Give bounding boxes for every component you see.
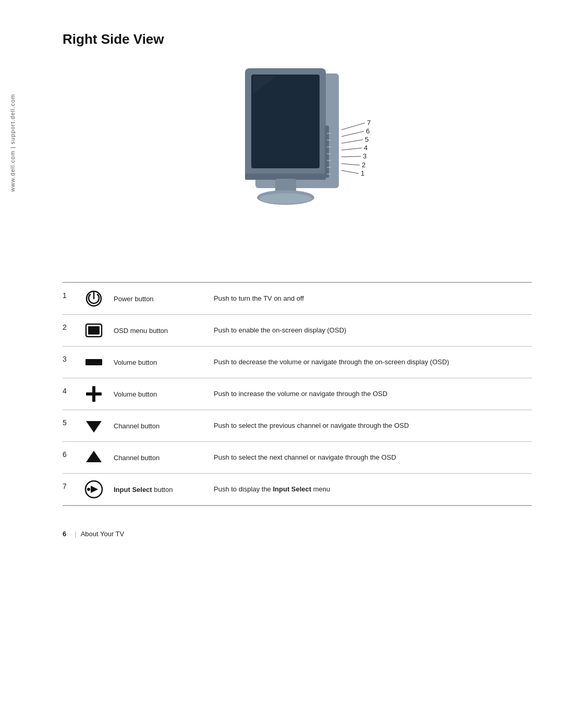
svg-marker-37 bbox=[86, 421, 102, 433]
svg-point-41 bbox=[87, 488, 90, 491]
table-bottom-divider bbox=[63, 505, 532, 505]
row-description: Push to increase the volume or navigate … bbox=[203, 389, 532, 399]
row-description: Push to enable the on-screen display (OS… bbox=[203, 325, 532, 336]
input-select-desc-bold: Input Select bbox=[273, 485, 311, 493]
input-select-desc-suffix: menu bbox=[311, 485, 330, 493]
table-row: 5 Channel button Push to select the prev… bbox=[63, 410, 532, 441]
input-select-label-bold: Input Select bbox=[114, 486, 152, 493]
row-description: Push to display the Input Select menu bbox=[203, 484, 532, 495]
volume-minus-icon bbox=[78, 357, 109, 367]
footer-page-number: 6 bbox=[63, 530, 66, 538]
row-label: Channel button bbox=[109, 454, 203, 462]
table-row: 6 Channel button Push to select the next… bbox=[63, 442, 532, 473]
table-row: 4 Volume button Push to increase the vol… bbox=[63, 378, 532, 410]
table-row: 1 Power button Push to turn the TV on an… bbox=[63, 283, 532, 314]
row-description: Push to turn the TV on and off bbox=[203, 293, 532, 304]
button-table: 1 Power button Push to turn the TV on an… bbox=[63, 282, 532, 506]
input-select-icon bbox=[78, 480, 109, 499]
row-number: 1 bbox=[63, 289, 78, 300]
table-row: 2 OSD menu button Push to enable the on-… bbox=[63, 315, 532, 346]
table-row: 3 Volume button Push to decrease the vol… bbox=[63, 347, 532, 378]
row-label: Power button bbox=[109, 295, 203, 303]
svg-rect-33 bbox=[88, 326, 100, 335]
row-number: 3 bbox=[63, 353, 78, 363]
svg-rect-36 bbox=[86, 392, 102, 396]
sidebar-watermark: www.dell.com | support.dell.com bbox=[9, 94, 16, 192]
row-description: Push to select the previous channel or n… bbox=[203, 421, 532, 431]
page-title: Right Side View bbox=[63, 31, 532, 47]
row-label: Volume button bbox=[109, 359, 203, 366]
footer-text: About Your TV bbox=[81, 530, 125, 538]
power-icon bbox=[78, 290, 109, 307]
osd-icon bbox=[78, 322, 109, 339]
svg-rect-34 bbox=[85, 359, 102, 365]
table-row: 7 Input Select button Push to display th… bbox=[63, 474, 532, 505]
svg-rect-2 bbox=[251, 75, 320, 168]
svg-marker-40 bbox=[91, 486, 98, 493]
row-label: Input Select button bbox=[109, 486, 203, 493]
footer: 6 | About Your TV bbox=[63, 522, 532, 538]
row-label: Channel button bbox=[109, 422, 203, 430]
tv-illustration-container: 7 6 5 4 3 2 1 bbox=[63, 63, 532, 261]
row-number: 6 bbox=[63, 448, 78, 459]
main-content: Right Side View bbox=[31, 0, 563, 559]
footer-separator: | bbox=[75, 530, 76, 538]
row-number: 5 bbox=[63, 416, 78, 427]
row-number: 4 bbox=[63, 385, 78, 395]
row-number: 2 bbox=[63, 321, 78, 331]
channel-down-icon bbox=[78, 417, 109, 435]
row-label: OSD menu button bbox=[109, 327, 203, 335]
svg-marker-38 bbox=[86, 451, 102, 462]
tv-illustration bbox=[214, 63, 381, 251]
volume-plus-icon bbox=[78, 385, 109, 403]
row-description: Push to select the next channel or navig… bbox=[203, 452, 532, 463]
svg-point-7 bbox=[260, 193, 312, 204]
row-label: Volume button bbox=[109, 390, 203, 398]
row-description: Push to decrease the volume or navigate … bbox=[203, 357, 532, 367]
channel-up-icon bbox=[78, 449, 109, 466]
row-number: 7 bbox=[63, 480, 78, 490]
